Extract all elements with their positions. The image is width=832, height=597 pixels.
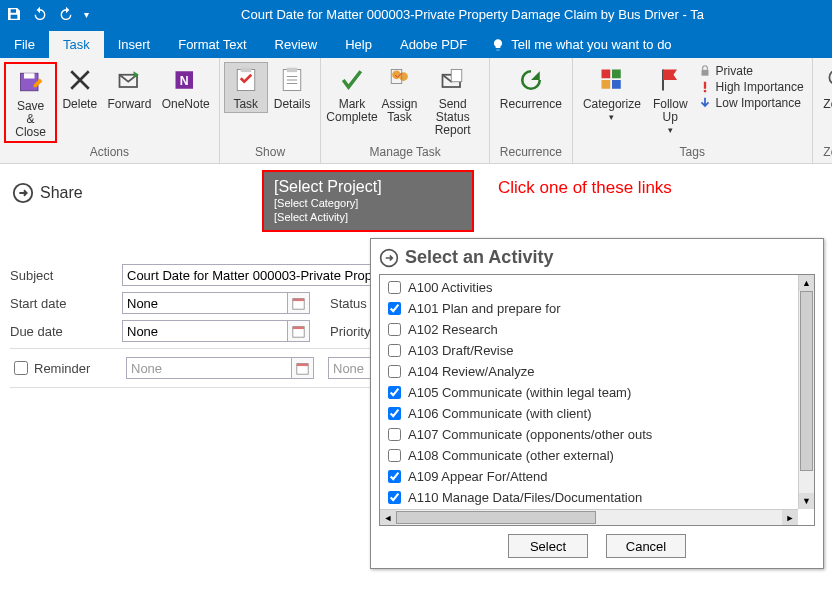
tab-insert[interactable]: Insert <box>104 31 165 58</box>
low-importance-toggle[interactable]: Low Importance <box>698 96 804 110</box>
follow-up-button[interactable]: Follow Up ▾ <box>647 62 694 139</box>
exclaim-icon <box>698 80 712 94</box>
send-status-button[interactable]: Send Status Report <box>421 62 485 139</box>
save-icon[interactable] <box>6 6 22 22</box>
vscroll-thumb[interactable] <box>800 291 813 471</box>
task-view-button[interactable]: Task <box>224 62 268 113</box>
delete-button[interactable]: Delete <box>57 62 102 113</box>
activity-item[interactable]: A110 Manage Data/Files/Documentation <box>384 487 794 508</box>
activity-checkbox[interactable] <box>388 365 401 378</box>
scroll-right-arrow[interactable]: ► <box>782 510 798 525</box>
recurrence-button[interactable]: Recurrence <box>494 62 568 113</box>
share-icon <box>12 182 34 204</box>
svg-rect-17 <box>601 70 610 79</box>
annotation-text: Click one of these links <box>498 178 672 198</box>
priority-label: Priority <box>330 324 370 339</box>
tab-review[interactable]: Review <box>261 31 332 58</box>
activity-item[interactable]: A105 Communicate (within legal team) <box>384 382 794 403</box>
activity-item[interactable]: A106 Communicate (with client) <box>384 403 794 424</box>
delete-label: Delete <box>62 98 97 111</box>
activity-checkbox[interactable] <box>388 407 401 420</box>
cancel-button[interactable]: Cancel <box>606 534 686 558</box>
popup-title-text: Select an Activity <box>405 247 553 268</box>
activity-checkbox[interactable] <box>388 470 401 483</box>
activity-label: A104 Review/Analyze <box>408 364 534 379</box>
tab-file[interactable]: File <box>0 31 49 58</box>
activity-label: A109 Appear For/Attend <box>408 469 547 484</box>
recurrence-label: Recurrence <box>500 98 562 111</box>
activity-checkbox[interactable] <box>388 302 401 315</box>
reminder-date-input[interactable] <box>126 357 292 379</box>
due-date-picker[interactable] <box>288 320 310 342</box>
share-bar: Share [Select Project] [Select Category]… <box>6 170 826 216</box>
scroll-down-arrow[interactable]: ▼ <box>799 493 814 509</box>
activity-item[interactable]: A109 Appear For/Attend <box>384 466 794 487</box>
reminder-checkbox[interactable] <box>14 361 28 375</box>
activity-item[interactable]: A107 Communicate (opponents/other outs <box>384 424 794 445</box>
activity-checkbox[interactable] <box>388 449 401 462</box>
activity-item[interactable]: A104 Review/Analyze <box>384 361 794 382</box>
zoom-button[interactable]: Zoom <box>817 62 832 113</box>
mark-complete-button[interactable]: Mark Complete <box>325 62 378 126</box>
scroll-left-arrow[interactable]: ◄ <box>380 510 396 525</box>
subject-label: Subject <box>10 268 122 283</box>
hscroll-thumb[interactable] <box>396 511 596 524</box>
start-date-picker[interactable] <box>288 292 310 314</box>
select-project-link[interactable]: [Select Project] <box>274 178 382 196</box>
onenote-button[interactable]: N OneNote <box>157 62 215 113</box>
start-date-input[interactable] <box>122 292 288 314</box>
details-button[interactable]: Details <box>268 62 317 113</box>
activity-checkbox[interactable] <box>388 386 401 399</box>
group-actions-label: Actions <box>4 143 215 161</box>
select-activity-link[interactable]: [Select Activity] <box>274 210 382 224</box>
tab-help[interactable]: Help <box>331 31 386 58</box>
activity-item[interactable]: A101 Plan and prepare for <box>384 298 794 319</box>
tab-task[interactable]: Task <box>49 31 104 58</box>
activity-checkbox[interactable] <box>388 344 401 357</box>
activity-label: A101 Plan and prepare for <box>408 301 561 316</box>
private-toggle[interactable]: Private <box>698 64 804 78</box>
tab-adobe-pdf[interactable]: Adobe PDF <box>386 31 481 58</box>
assign-task-button[interactable]: Assign Task <box>379 62 421 126</box>
ribbon-group-tags: Categorize ▾ Follow Up ▾ Private High Im… <box>573 58 813 163</box>
activity-item[interactable]: A108 Communicate (other external) <box>384 445 794 466</box>
forward-button[interactable]: Forward <box>102 62 156 113</box>
activity-checkbox[interactable] <box>388 323 401 336</box>
qat-dropdown-icon[interactable]: ▾ <box>84 9 89 20</box>
activity-label: A100 Activities <box>408 280 493 295</box>
high-importance-toggle[interactable]: High Importance <box>698 80 804 94</box>
redo-icon[interactable] <box>58 6 74 22</box>
tab-format-text[interactable]: Format Text <box>164 31 260 58</box>
categorize-button[interactable]: Categorize ▾ <box>577 62 647 126</box>
share-button[interactable]: Share <box>6 170 89 216</box>
activity-label: A102 Research <box>408 322 498 337</box>
undo-icon[interactable] <box>32 6 48 22</box>
activity-item[interactable]: A100 Activities <box>384 277 794 298</box>
calendar-icon <box>296 362 309 375</box>
activity-item[interactable]: A103 Draft/Revise <box>384 340 794 361</box>
window-title: Court Date for Matter 000003-Private Pro… <box>119 7 826 22</box>
select-category-link[interactable]: [Select Category] <box>274 196 382 210</box>
follow-up-label: Follow Up <box>653 98 688 124</box>
select-project-panel: [Select Project] [Select Category] [Sele… <box>262 170 474 232</box>
activity-checkbox[interactable] <box>388 491 401 504</box>
horizontal-scrollbar[interactable]: ◄ ► <box>380 509 798 525</box>
activity-item[interactable]: A102 Research <box>384 319 794 340</box>
tell-me-search[interactable]: Tell me what you want to do <box>481 31 681 58</box>
activity-label: A105 Communicate (within legal team) <box>408 385 631 400</box>
svg-rect-32 <box>297 363 308 365</box>
share-label: Share <box>40 184 83 202</box>
scroll-up-arrow[interactable]: ▲ <box>799 275 814 291</box>
group-recurrence-label: Recurrence <box>494 143 568 161</box>
vertical-scrollbar[interactable]: ▲ ▼ <box>798 275 814 509</box>
lock-icon <box>698 64 712 78</box>
svg-text:N: N <box>180 74 189 88</box>
due-date-input[interactable] <box>122 320 288 342</box>
activity-checkbox[interactable] <box>388 281 401 294</box>
due-date-label: Due date <box>10 324 122 339</box>
select-button[interactable]: Select <box>508 534 588 558</box>
reminder-date-picker[interactable] <box>292 357 314 379</box>
group-tags-label: Tags <box>577 143 808 161</box>
save-close-button[interactable]: Save & Close <box>4 62 57 143</box>
activity-checkbox[interactable] <box>388 428 401 441</box>
